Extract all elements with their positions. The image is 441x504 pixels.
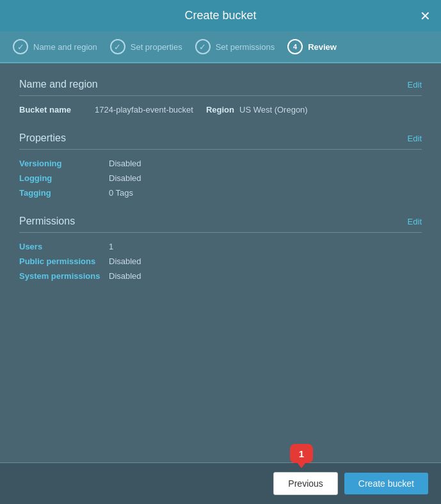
region-label: Region [206,105,234,114]
modal-footer: 1 Previous Create bucket [0,462,441,504]
step-set-properties: ✓ Set properties [110,39,182,54]
step-name-region: ✓ Name and region [13,39,97,54]
tagging-value: 0 Tags [109,188,133,198]
public-permissions-label: Public permissions [19,256,109,266]
bucket-name-value: 1724-playfab-event-bucket [95,105,193,114]
versioning-value: Disabled [109,159,141,168]
section-properties-header: Properties Edit [19,132,422,150]
versioning-row: Versioning Disabled [19,159,422,168]
versioning-label: Versioning [19,159,109,168]
system-permissions-value: Disabled [109,271,141,281]
public-permissions-value: Disabled [109,256,141,266]
checkmark-icon-3: ✓ [199,42,206,52]
modal-title: Create bucket [184,9,256,22]
close-button[interactable]: ✕ [420,8,431,24]
users-value: 1 [109,242,113,251]
tagging-row: Tagging 0 Tags [19,188,422,198]
modal-header: Create bucket ✕ [0,0,441,31]
bucket-name-row: Bucket name 1724-playfab-event-bucket Re… [19,105,422,114]
edit-name-region-link[interactable]: Edit [408,80,422,90]
section-name-region-title: Name and region [19,79,98,90]
logging-row: Logging Disabled [19,173,422,183]
section-permissions-header: Permissions Edit [19,216,422,233]
tagging-label: Tagging [19,188,109,198]
bucket-name-label: Bucket name [19,105,90,114]
create-bucket-modal: Create bucket ✕ ✓ Name and region ✓ Set … [0,0,441,504]
step-label-4: Review [308,42,337,52]
section-properties-title: Properties [19,132,66,144]
edit-permissions-link[interactable]: Edit [408,217,422,226]
previous-button[interactable]: Previous [273,472,337,495]
step-number-4: 4 [293,43,297,51]
edit-properties-link[interactable]: Edit [408,134,422,143]
step-set-permissions: ✓ Set permissions [195,39,275,54]
section-properties: Properties Edit Versioning Disabled Logg… [19,132,422,198]
notification-badge: 1 [290,444,313,463]
create-bucket-button[interactable]: Create bucket [344,473,428,494]
step-circle-4: 4 [287,39,303,54]
stepper: ✓ Name and region ✓ Set properties ✓ Set… [0,31,441,63]
checkmark-icon-1: ✓ [17,42,24,52]
users-label: Users [19,242,109,251]
step-label-3: Set permissions [216,42,275,52]
checkmark-icon-2: ✓ [114,42,121,52]
step-circle-3: ✓ [195,39,211,54]
step-label-1: Name and region [33,42,97,52]
logging-label: Logging [19,173,109,183]
section-name-region-header: Name and region Edit [19,79,422,96]
system-permissions-label: System permissions [19,271,109,281]
public-permissions-row: Public permissions Disabled [19,256,422,266]
step-circle-1: ✓ [13,39,28,54]
section-permissions: Permissions Edit Users 1 Public permissi… [19,216,422,281]
step-review: 4 Review [287,39,337,54]
region-value: US West (Oregon) [239,105,308,114]
section-name-region: Name and region Edit Bucket name 1724-pl… [19,79,422,114]
system-permissions-row: System permissions Disabled [19,271,422,281]
section-permissions-title: Permissions [19,216,75,227]
step-circle-2: ✓ [110,39,125,54]
users-row: Users 1 [19,242,422,251]
modal-body: Name and region Edit Bucket name 1724-pl… [0,63,441,462]
logging-value: Disabled [109,173,141,183]
step-label-2: Set properties [131,42,182,52]
